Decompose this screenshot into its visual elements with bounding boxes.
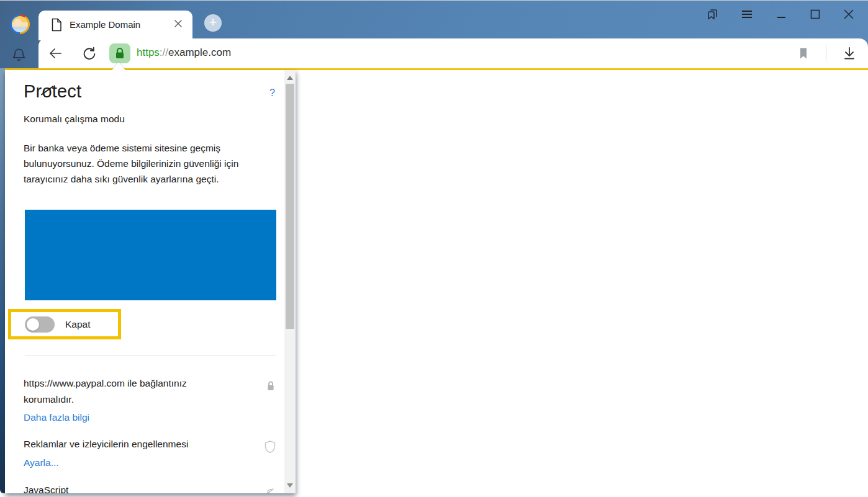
ads-blocking-text: Reklamlar ve izleyicilerin engellenmesi: [24, 439, 247, 450]
panel-divider: [25, 355, 276, 356]
url-scheme: https: [137, 47, 160, 58]
ads-configure-link[interactable]: Ayarla...: [24, 457, 59, 468]
tab-close-icon[interactable]: [174, 19, 183, 30]
scrollbar-thumb[interactable]: [286, 84, 294, 329]
toolbar-divider: [826, 45, 826, 61]
more-info-link[interactable]: Daha fazla bilgi: [24, 412, 89, 423]
connection-status-text: https://www.paypal.com ile bağlantınız k…: [24, 375, 233, 408]
bookmark-flag-icon[interactable]: [796, 46, 811, 63]
notifications-bell-icon[interactable]: [11, 47, 27, 66]
close-window-button[interactable]: [841, 7, 856, 22]
connection-lock-icon: [266, 380, 276, 395]
protect-illustration: [25, 210, 276, 300]
panel-anchor-notch: [112, 62, 125, 70]
side-panels-icon[interactable]: [705, 7, 720, 22]
javascript-row-label: JavaScript: [24, 485, 68, 493]
toggle-label: Kapat: [65, 319, 91, 330]
url-separator: ://: [160, 47, 168, 58]
tab-title: Example Domain: [70, 19, 140, 30]
url-host: example.com: [168, 47, 231, 58]
panel-title-post: tect: [52, 81, 82, 101]
panel-title-pre: Pr: [24, 81, 42, 101]
avatar-face: [14, 19, 22, 25]
panel-scrollbar[interactable]: [284, 70, 296, 493]
new-tab-button[interactable]: +: [204, 14, 222, 32]
help-link[interactable]: ?: [269, 87, 275, 99]
profile-avatar[interactable]: [10, 14, 30, 34]
download-icon[interactable]: [841, 45, 857, 64]
panel-title: Protect: [24, 81, 81, 102]
panel-subtitle: Korumalı çalışma modu: [24, 114, 125, 125]
page-document-icon: [50, 17, 63, 35]
protect-panel: Protect ? Korumalı çalışma modu Bir bank…: [5, 70, 296, 493]
left-side-strip: [0, 68, 5, 493]
tab-example-domain[interactable]: Example Domain: [38, 11, 192, 40]
panel-description: Bir banka veya ödeme sistemi sitesine ge…: [24, 140, 274, 187]
browser-window: Example Domain +: [0, 0, 868, 497]
toggle-knob: [27, 318, 39, 331]
https-lock-badge[interactable]: [109, 43, 130, 63]
scroll-down-arrow-icon[interactable]: [287, 483, 293, 488]
javascript-blocked-icon: [264, 486, 276, 493]
protect-logo-o: o: [42, 81, 52, 102]
shield-icon: [264, 440, 276, 457]
scroll-up-arrow-icon[interactable]: [287, 76, 293, 80]
back-arrow-icon[interactable]: [47, 46, 63, 63]
minimize-button[interactable]: [774, 7, 789, 22]
menu-icon[interactable]: [739, 7, 754, 22]
toggle-highlight-box: Kapat: [8, 309, 121, 339]
maximize-button[interactable]: [808, 7, 823, 22]
address-url[interactable]: https://example.com: [137, 47, 231, 59]
lock-icon: [114, 47, 126, 60]
reload-icon[interactable]: [81, 46, 97, 65]
protect-toggle-switch[interactable]: [25, 316, 55, 333]
